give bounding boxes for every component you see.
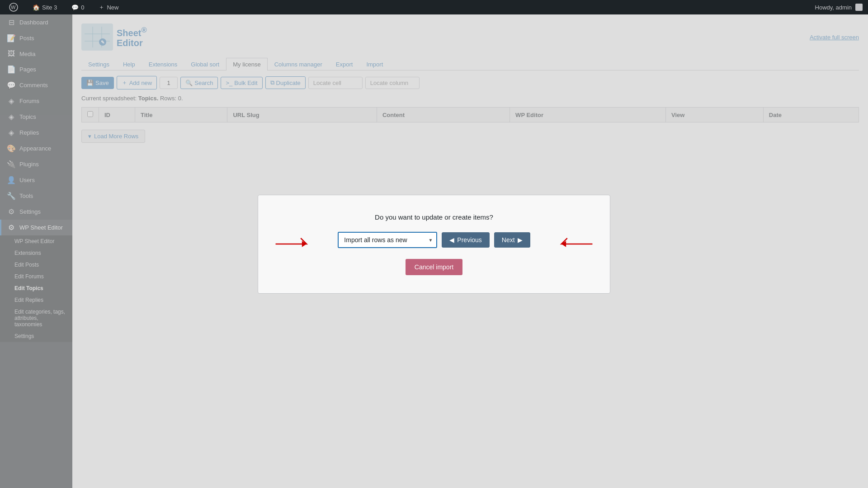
- site-name-button[interactable]: 🏠 Site 3: [29, 0, 61, 14]
- import-select-wrapper: Import all rows as new Update existing r…: [338, 232, 437, 248]
- site-name-label: Site 3: [42, 4, 57, 11]
- site-icon: 🏠: [33, 4, 40, 11]
- plus-icon: ＋: [99, 3, 104, 11]
- avatar: [855, 4, 863, 11]
- previous-button[interactable]: ◀ Previous: [442, 232, 489, 248]
- comments-icon: 💬: [71, 4, 79, 11]
- chevron-left-icon: ◀: [449, 236, 454, 244]
- next-button[interactable]: Next ▶: [494, 232, 530, 248]
- import-mode-select[interactable]: Import all rows as new Update existing r…: [338, 232, 437, 248]
- modal-question: Do you want to update or create items?: [375, 213, 493, 221]
- chevron-right-icon: ▶: [518, 236, 523, 244]
- cancel-import-button[interactable]: Cancel import: [406, 259, 462, 275]
- comments-button[interactable]: 💬 0: [68, 0, 88, 14]
- comments-count: 0: [81, 4, 84, 11]
- svg-text:W: W: [11, 5, 16, 10]
- new-label: New: [107, 4, 118, 11]
- modal-controls: Import all rows as new Update existing r…: [338, 232, 530, 248]
- howdy-text: Howdy, admin: [815, 4, 852, 11]
- overlay: Do you want to update or create items? I…: [0, 0, 868, 488]
- modal-dialog: Do you want to update or create items? I…: [258, 195, 610, 294]
- wp-logo-button[interactable]: W: [5, 0, 22, 14]
- admin-bar: W 🏠 Site 3 💬 0 ＋ New Howdy, admin: [0, 0, 868, 14]
- new-button[interactable]: ＋ New: [95, 0, 122, 14]
